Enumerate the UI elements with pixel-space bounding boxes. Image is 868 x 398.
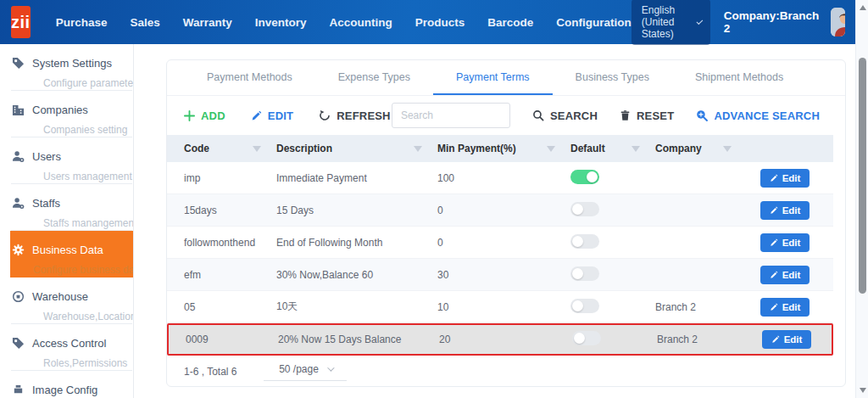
row-edit-button[interactable]: Edit xyxy=(760,266,810,284)
menu-warranty[interactable]: Warranty xyxy=(183,16,232,29)
filter-icon[interactable] xyxy=(723,146,732,152)
search-button[interactable]: SEARCH xyxy=(532,109,598,122)
scrollbar-thumb[interactable] xyxy=(859,58,866,294)
tag-icon xyxy=(12,57,25,70)
filter-icon[interactable] xyxy=(632,146,640,152)
default-toggle[interactable] xyxy=(570,202,599,216)
search-input[interactable] xyxy=(392,103,510,128)
page-size-select[interactable]: 50 /page xyxy=(264,363,347,381)
cell-min-payment: 10 xyxy=(437,301,570,313)
table-header: Code Description Min Payment(%) Default … xyxy=(167,135,833,162)
tab-payment-terms[interactable]: Payment Terms xyxy=(433,60,553,95)
default-toggle[interactable] xyxy=(570,299,599,313)
sidebar-item-system-settings[interactable]: System Settings Configure parameters xyxy=(0,44,133,91)
sidebar-item-sublabel: Configure business data xyxy=(33,264,133,276)
filter-icon[interactable] xyxy=(547,146,555,152)
search-plus-icon xyxy=(696,109,708,121)
sidebar-item-companies[interactable]: Companies Companies setting xyxy=(0,91,133,137)
table-row[interactable]: 15days 15 Days 0 Edit xyxy=(167,194,833,227)
building-icon xyxy=(12,104,25,116)
printer-icon xyxy=(12,384,25,396)
table-row-selected[interactable]: 0009 20% Now 15 Days Balance 20 Branch 2… xyxy=(167,323,833,356)
menu-inventory[interactable]: Inventory xyxy=(255,16,307,29)
scroll-up-arrow[interactable] xyxy=(856,2,868,14)
tab-shipment-methods[interactable]: Shipment Methods xyxy=(672,60,806,95)
sidebar-item-label: Warehouse xyxy=(32,290,88,303)
menu-products[interactable]: Products xyxy=(415,16,465,29)
table-row[interactable]: imp Immediate Payment 100 Edit xyxy=(167,162,833,194)
sidebar-item-business-data[interactable]: Business Data Configure business data xyxy=(10,231,133,277)
sidebar-item-sublabel: Users management xyxy=(43,171,133,182)
menu-purchase[interactable]: Purchase xyxy=(56,16,108,29)
row-edit-button[interactable]: Edit xyxy=(760,201,810,220)
payment-terms-table: Code Description Min Payment(%) Default … xyxy=(167,135,833,356)
table-footer: 1-6 , Total 6 50 /page xyxy=(167,356,845,388)
search-icon xyxy=(532,109,544,121)
default-toggle[interactable] xyxy=(570,170,599,184)
content-card: Payment Methods Expense Types Payment Te… xyxy=(166,59,846,387)
pencil-icon xyxy=(770,206,778,215)
cell-code: followmonthend xyxy=(167,237,276,249)
header-company: Company xyxy=(655,143,747,154)
cell-code: 15days xyxy=(167,205,276,216)
cell-description: 10天 xyxy=(276,300,437,314)
sidebar-item-access-control[interactable]: Access Control Roles,Permissions xyxy=(0,324,133,371)
table-row[interactable]: 05 10天 10 Branch 2 Edit xyxy=(167,291,833,323)
tab-business-types[interactable]: Business Types xyxy=(553,60,672,95)
cell-company: Branch 2 xyxy=(655,301,747,313)
language-selector-label: English (United States) xyxy=(642,4,688,40)
header-min-payment: Min Payment(%) xyxy=(437,143,570,154)
cell-min-payment: 100 xyxy=(437,172,570,184)
sidebar-item-label: Image Config xyxy=(32,384,97,396)
sidebar-item-label: System Settings xyxy=(32,57,112,70)
scroll-down-arrow[interactable] xyxy=(856,384,868,396)
sidebar-item-partial[interactable]: Image Config xyxy=(0,371,133,398)
menu-sales[interactable]: Sales xyxy=(130,16,159,29)
sidebar-item-sublabel: Warehouse,Location xyxy=(43,311,133,322)
filter-icon[interactable] xyxy=(253,146,261,152)
sidebar-item-label: Staffs xyxy=(32,197,60,210)
chevron-down-icon xyxy=(327,364,334,371)
advance-search-button[interactable]: ADVANCE SEARCH xyxy=(696,109,820,122)
sidebar-item-staffs[interactable]: Staffs Staffs manangement xyxy=(0,184,133,231)
user-gear-icon xyxy=(12,150,25,163)
menu-configuration[interactable]: Configuration xyxy=(556,16,631,29)
cell-code: 0009 xyxy=(169,334,278,345)
language-selector[interactable]: English (United States) xyxy=(632,0,710,45)
sidebar-item-users[interactable]: Users Users management xyxy=(0,137,133,184)
row-edit-button[interactable]: Edit xyxy=(762,330,811,349)
sidebar-item-label: Business Data xyxy=(32,244,103,256)
vertical-scrollbar[interactable] xyxy=(855,0,868,398)
default-toggle[interactable] xyxy=(570,234,599,249)
row-edit-button[interactable]: Edit xyxy=(760,169,810,188)
reset-button[interactable]: RESET xyxy=(620,109,674,122)
sidebar-item-sublabel: Companies setting xyxy=(43,124,133,136)
pencil-icon xyxy=(770,174,778,182)
top-navbar: zii Purchase Sales Warranty Inventory Ac… xyxy=(0,0,855,44)
sidebar-item-warehouse[interactable]: Warehouse Warehouse,Location xyxy=(0,277,133,324)
default-toggle[interactable] xyxy=(570,266,599,281)
tab-expense-types[interactable]: Expense Types xyxy=(315,60,433,95)
sidebar-item-sublabel: Configure parameters xyxy=(43,77,133,89)
sidebar: System Settings Configure parameters Com… xyxy=(0,44,134,398)
cell-description: End of Following Month xyxy=(276,237,437,249)
default-toggle[interactable] xyxy=(572,331,601,345)
avatar-image xyxy=(831,8,845,36)
table-row[interactable]: efm 30% Now,Balance 60 30 Edit xyxy=(167,259,833,291)
header-code: Code xyxy=(167,143,276,154)
plus-icon xyxy=(184,110,195,121)
add-button[interactable]: ADD xyxy=(184,109,225,122)
table-row[interactable]: followmonthend End of Following Month 0 … xyxy=(167,227,833,259)
app-logo[interactable]: zii xyxy=(11,6,31,38)
row-edit-button[interactable]: Edit xyxy=(760,233,810,252)
refresh-button[interactable]: REFRESH xyxy=(319,109,391,122)
menu-accounting[interactable]: Accounting xyxy=(329,16,392,29)
sidebar-item-label: Users xyxy=(32,150,61,163)
filter-icon[interactable] xyxy=(414,146,422,152)
menu-barcode[interactable]: Barcode xyxy=(487,16,533,29)
pencil-icon xyxy=(770,238,778,247)
edit-button[interactable]: EDIT xyxy=(251,109,293,122)
tab-payment-methods[interactable]: Payment Methods xyxy=(184,60,315,95)
user-avatar[interactable] xyxy=(831,8,845,36)
row-edit-button[interactable]: Edit xyxy=(760,298,810,317)
